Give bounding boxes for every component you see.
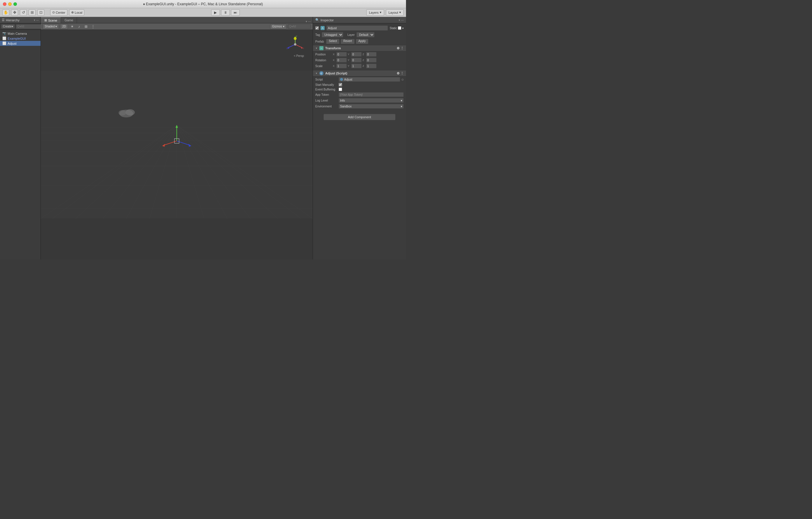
- scene-search-input[interactable]: [288, 24, 311, 29]
- environment-row: Environment Sandbox ▾: [313, 103, 406, 109]
- add-component-button[interactable]: Add Component: [323, 114, 396, 120]
- prefab-revert-button[interactable]: Revert: [341, 39, 354, 44]
- app-token-value[interactable]: {Your App Token}: [339, 92, 404, 97]
- gui-icon: ⬜: [2, 36, 6, 40]
- tab-game[interactable]: Game: [61, 17, 77, 23]
- position-xyz: X Y Z: [333, 52, 404, 57]
- transform-icon: ↔: [319, 46, 323, 50]
- scale-label: Scale: [315, 64, 333, 68]
- rotation-row: Rotation X Y Z: [313, 57, 406, 63]
- rotation-y-label: Y: [348, 59, 351, 62]
- start-manually-row: Start Manually: [313, 82, 406, 87]
- persp-label: < Persp: [294, 54, 304, 57]
- scene-tabs-bar: ⊞ Scene Game ▾ —: [41, 17, 313, 23]
- scene-view[interactable]: Y X Z < Persp: [41, 30, 313, 260]
- script-name-label: Script: [315, 78, 339, 81]
- position-z-label: Z: [362, 53, 366, 56]
- event-buffering-checkbox[interactable]: [339, 88, 342, 91]
- layer-select[interactable]: Default: [356, 32, 375, 37]
- scale-tool-button[interactable]: ⊞: [29, 9, 36, 16]
- script-link-icon[interactable]: ⊙: [401, 78, 404, 81]
- transform-section-header[interactable]: ▼ ↔ Transform ⚙ ⋮: [313, 45, 406, 51]
- center-button[interactable]: ⊙ Center: [50, 9, 67, 16]
- tag-select[interactable]: Untagged: [322, 32, 343, 37]
- object-name-input[interactable]: [326, 25, 388, 31]
- log-level-dropdown[interactable]: Info ▾: [339, 98, 404, 103]
- pause-button[interactable]: ⏸: [221, 9, 230, 16]
- start-manually-checkbox[interactable]: [339, 83, 342, 86]
- transform-settings-icon: ⚙ ⋮: [397, 47, 404, 50]
- rotate-tool-button[interactable]: ↺: [20, 9, 27, 16]
- static-arrow: ▾: [402, 27, 404, 30]
- svg-text:X: X: [303, 47, 304, 50]
- object-active-checkbox[interactable]: [315, 26, 319, 30]
- scale-x-input[interactable]: [336, 64, 347, 68]
- layout-dropdown[interactable]: Layout ▾: [386, 9, 404, 16]
- scene-extras-button[interactable]: ⋮: [90, 24, 96, 29]
- center-label: Center: [56, 11, 65, 14]
- log-level-row: Log Level Info ▾: [313, 98, 406, 103]
- environment-dropdown[interactable]: Sandbox ▾: [339, 104, 404, 109]
- scale-z-input[interactable]: [366, 64, 377, 68]
- position-y-input[interactable]: [351, 52, 362, 57]
- hierarchy-item-adjust[interactable]: ⬜ Adjust: [0, 41, 40, 46]
- static-checkbox[interactable]: [398, 26, 401, 30]
- adjust-script-section-header[interactable]: ▼ C Adjust (Script) ⚙ ⋮: [313, 70, 406, 77]
- hand-tool-button[interactable]: ✋: [2, 9, 9, 16]
- position-z-input[interactable]: [366, 52, 377, 57]
- hierarchy-content: 📷 Main Camera ⬜ ExampleGUI ⬜ Adjust: [0, 30, 40, 260]
- rotation-z-field: Z: [362, 58, 377, 62]
- layers-dropdown[interactable]: Layers ▾: [366, 9, 384, 16]
- svg-point-22: [125, 109, 135, 115]
- prefab-select-button[interactable]: Select: [326, 39, 340, 44]
- scale-y-input[interactable]: [351, 64, 362, 68]
- play-button[interactable]: ▶: [211, 9, 220, 16]
- inspector-header: 🔍 Inspector ▾ —: [313, 17, 406, 23]
- start-manually-label: Start Manually: [315, 83, 339, 86]
- pivot-icon: ⊙: [52, 10, 55, 14]
- hierarchy-search-input[interactable]: [16, 24, 42, 29]
- inspector-title: Inspector: [321, 18, 334, 22]
- inspector-panel: 🔍 Inspector ▾ — A Static ▾ Tag Untagge: [313, 17, 406, 260]
- inspector-icon: 🔍: [315, 18, 319, 22]
- hierarchy-collapse-icon: ▾ —: [34, 19, 39, 22]
- shading-mode-dropdown[interactable]: Shaded▾: [42, 24, 59, 29]
- position-x-input[interactable]: [336, 52, 347, 57]
- main-layout: ☰ Hierarchy ▾ — Create▾ 📷 Main Camera ⬜ …: [0, 17, 406, 260]
- rotation-y-input[interactable]: [351, 58, 362, 62]
- scale-z-label: Z: [362, 64, 366, 67]
- close-button[interactable]: [3, 2, 6, 6]
- prefab-apply-button[interactable]: Apply: [356, 39, 368, 44]
- transform-title: Transform: [325, 47, 341, 50]
- 2d-mode-button[interactable]: 2D: [60, 24, 68, 29]
- hierarchy-create-button[interactable]: Create▾: [1, 24, 15, 29]
- hierarchy-item-examplegui[interactable]: ⬜ ExampleGUI: [0, 36, 40, 41]
- move-tool-button[interactable]: ✥: [11, 9, 18, 16]
- tag-label: Tag: [315, 33, 320, 36]
- scale-row: Scale X Y Z: [313, 63, 406, 69]
- scene-tab-label: Scene: [48, 19, 57, 22]
- svg-point-23: [118, 110, 126, 116]
- local-button[interactable]: ⊕ Local: [69, 9, 84, 16]
- app-token-label: App Token: [315, 93, 339, 96]
- layout-chevron-icon: ▾: [399, 10, 401, 14]
- layer-label: Layer: [347, 33, 355, 36]
- lighting-button[interactable]: ☀: [69, 24, 75, 29]
- hierarchy-item-main-camera[interactable]: 📷 Main Camera: [0, 31, 40, 36]
- tab-scene[interactable]: ⊞ Scene: [41, 17, 61, 23]
- audio-button[interactable]: ♪: [76, 24, 82, 29]
- rect-tool-button[interactable]: ⊡: [37, 9, 44, 16]
- minimize-button[interactable]: [8, 2, 12, 6]
- step-button[interactable]: ⏭: [231, 9, 240, 16]
- maximize-button[interactable]: [13, 2, 17, 6]
- script-settings-icon: ⚙ ⋮: [397, 72, 404, 75]
- fx-button[interactable]: ⊞: [83, 24, 89, 29]
- window-controls[interactable]: [3, 2, 17, 6]
- rotation-x-input[interactable]: [336, 58, 347, 62]
- environment-chevron-icon: ▾: [401, 105, 402, 108]
- script-circle-small: [340, 78, 343, 81]
- gizmos-dropdown[interactable]: Gizmos▾: [270, 24, 286, 29]
- add-component-container: Add Component: [313, 109, 406, 125]
- svg-marker-36: [176, 125, 178, 128]
- rotation-z-input[interactable]: [366, 58, 377, 62]
